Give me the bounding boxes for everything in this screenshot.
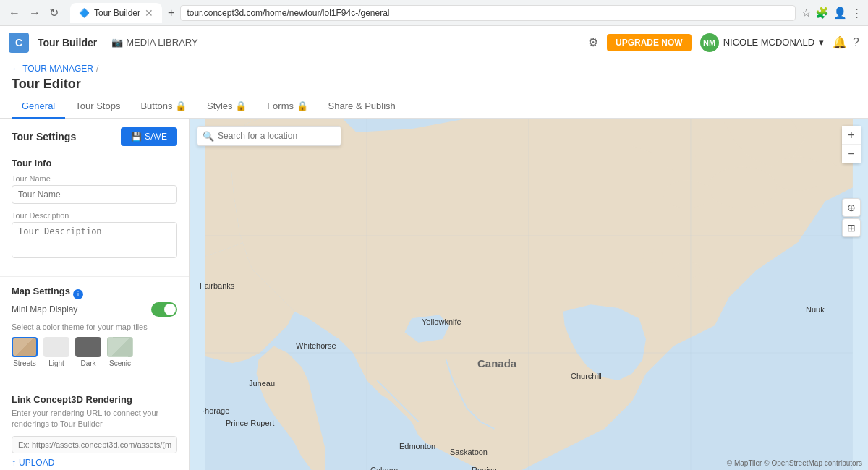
divider-1 (0, 276, 189, 277)
refresh-button[interactable]: ↻ (46, 4, 61, 21)
tabs-bar: General Tour Stops Buttons 🔒 Styles 🔒 Fo… (0, 95, 868, 119)
tab-title: Tour Builder (94, 8, 140, 18)
breadcrumb-tour-manager[interactable]: ← TOUR MANAGER (12, 64, 93, 74)
logo-text: C (15, 37, 22, 48)
theme-scenic[interactable]: Scenic (107, 337, 133, 367)
theme-streets[interactable]: Streets (12, 337, 38, 367)
svg-point-2 (708, 167, 777, 208)
tour-info-title: Tour Info (12, 158, 177, 168)
forward-button[interactable]: → (26, 5, 43, 21)
map-svg (190, 119, 868, 470)
notification-icons: 🔔 ? (833, 35, 859, 49)
theme-light[interactable]: Light (43, 337, 69, 367)
map-attribution: © MapTiler © OpenStreetMap contributors (727, 459, 862, 467)
zoom-out-button[interactable]: − (842, 145, 861, 163)
tab-styles[interactable]: Styles 🔒 (197, 95, 257, 119)
app-header: C Tour Builder 📷 MEDIA LIBRARY ⚙ UPGRADE… (0, 26, 868, 59)
panel-header: Tour Settings 💾 SAVE (0, 119, 189, 152)
settings-icon[interactable]: ⚙ (588, 35, 598, 49)
map-settings-title: Map Settings (12, 286, 70, 296)
media-library-icon: 📷 (111, 37, 123, 48)
help-icon[interactable]: ? (853, 36, 859, 49)
link-concept3d-desc: Enter your rendering URL to connect your… (12, 408, 177, 430)
map-search-icon: 🔍 (203, 131, 214, 142)
panel-title: Tour Settings (12, 131, 76, 142)
theme-dark-name: Dark (80, 359, 95, 367)
breadcrumb: ← TOUR MANAGER / (12, 64, 856, 74)
browser-controls: ← → ↻ (6, 4, 61, 21)
zoom-in-button[interactable]: + (842, 126, 861, 145)
mini-map-label: Mini Map Display (12, 304, 77, 315)
theme-scenic-name: Scenic (109, 359, 131, 367)
mini-map-toggle[interactable] (151, 302, 177, 317)
profile-icon[interactable]: 👤 (833, 7, 847, 20)
theme-streets-name: Streets (13, 359, 36, 367)
tour-description-label: Tour Description (12, 211, 177, 220)
map-area[interactable]: Fairbanks Yellowknife Canada Whitehorse … (190, 119, 868, 470)
svg-point-4 (642, 249, 663, 263)
app-logo: C (9, 33, 29, 53)
bell-icon[interactable]: 🔔 (833, 35, 847, 49)
tour-description-textarea[interactable] (12, 222, 177, 258)
save-label: SAVE (145, 132, 167, 142)
tab-forms[interactable]: Forms 🔒 (257, 95, 318, 119)
media-library-button[interactable]: 📷 MEDIA LIBRARY (106, 34, 203, 51)
extensions-icon[interactable]: 🧩 (815, 7, 829, 20)
rendering-url-input[interactable] (12, 436, 177, 453)
layers-button[interactable]: ⊞ (842, 218, 861, 237)
tour-name-label: Tour Name (12, 174, 177, 183)
tour-name-input[interactable] (12, 185, 177, 204)
tour-name-field: Tour Name (12, 174, 177, 204)
editor-header: ← TOUR MANAGER / Tour Editor (0, 59, 868, 95)
tour-info-section: Tour Info Tour Name Tour Description (0, 152, 189, 273)
svg-point-6 (707, 278, 723, 289)
svg-point-5 (673, 262, 701, 278)
address-text: tour.concept3d.com/home/newtour/lol1F94c… (187, 8, 389, 18)
map-search: 🔍 (197, 126, 341, 146)
tab-share-publish[interactable]: Share & Publish (318, 95, 406, 119)
link-concept3d-section: Link Concept3D Rendering Enter your rend… (0, 388, 189, 470)
address-bar[interactable]: tour.concept3d.com/home/newtour/lol1F94c… (180, 5, 796, 21)
browser-tab[interactable]: 🔷 Tour Builder ✕ (70, 3, 162, 23)
user-initials: NM (703, 38, 715, 47)
compass-button[interactable]: ⊕ (842, 198, 861, 217)
browser-actions: ☆ 🧩 👤 ⋮ (801, 7, 862, 20)
attribution-text: © MapTiler © OpenStreetMap contributors (727, 459, 862, 467)
editor-layout: ← TOUR MANAGER / Tour Editor General Tou… (0, 59, 868, 470)
theme-dark[interactable]: Dark (75, 337, 101, 367)
svg-point-1 (770, 156, 825, 191)
map-settings-header: Map Settings i (12, 286, 177, 302)
menu-icon[interactable]: ⋮ (851, 7, 862, 20)
app-title: Tour Builder (38, 37, 97, 48)
breadcrumb-separator: / (96, 64, 98, 74)
tab-close-button[interactable]: ✕ (145, 7, 153, 19)
tab-general[interactable]: General (12, 95, 65, 119)
upload-label: UPLOAD (19, 458, 54, 468)
map-search-input[interactable] (197, 126, 341, 146)
map-settings-info-icon[interactable]: i (73, 289, 83, 299)
theme-dark-swatch (75, 337, 101, 357)
user-dropdown-icon[interactable]: ▾ (819, 37, 824, 48)
user-name: NICOLE MCDONALD (723, 37, 814, 48)
editor-title: Tour Editor (12, 77, 856, 92)
upload-icon: ↑ (12, 458, 16, 468)
back-button[interactable]: ← (6, 5, 23, 21)
upgrade-button[interactable]: UPGRADE NOW (607, 34, 692, 51)
browser-chrome: ← → ↻ 🔷 Tour Builder ✕ + tour.concept3d.… (0, 0, 868, 26)
theme-light-name: Light (48, 359, 64, 367)
new-tab-button[interactable]: + (168, 7, 174, 20)
left-panel: Tour Settings 💾 SAVE Tour Info Tour Name… (0, 119, 190, 470)
save-button[interactable]: 💾 SAVE (121, 127, 177, 146)
star-icon[interactable]: ☆ (801, 7, 811, 20)
header-icons: ⚙ (588, 35, 598, 49)
tab-favicon: 🔷 (79, 8, 90, 18)
divider-2 (0, 385, 189, 385)
tab-buttons[interactable]: Buttons 🔒 (130, 95, 197, 119)
svg-point-3 (663, 181, 712, 208)
link-concept3d-title: Link Concept3D Rendering (12, 394, 177, 405)
user-section[interactable]: NM NICOLE MCDONALD ▾ (700, 33, 824, 52)
media-library-label: MEDIA LIBRARY (126, 37, 197, 48)
upload-link[interactable]: ↑ UPLOAD (12, 458, 177, 468)
user-avatar: NM (700, 33, 719, 52)
tab-tour-stops[interactable]: Tour Stops (65, 95, 130, 119)
